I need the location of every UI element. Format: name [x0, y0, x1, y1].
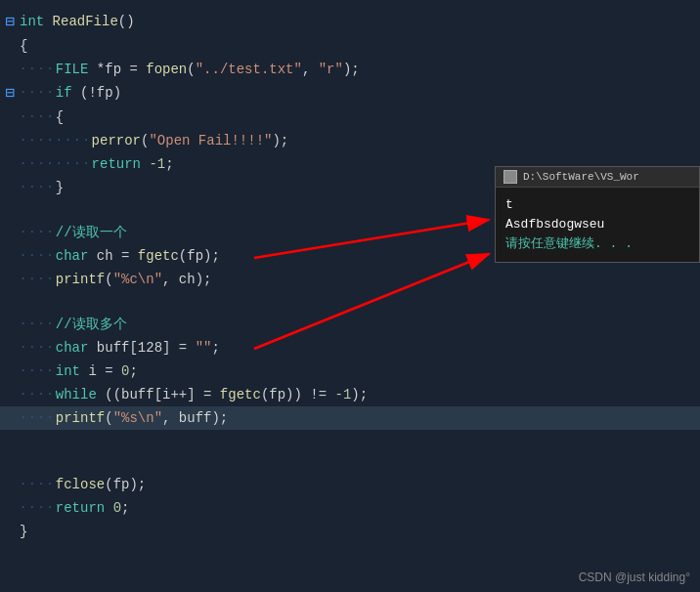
indent-dots-5: ········: [20, 130, 92, 151]
token-2-6: "r": [319, 59, 343, 80]
token-21-2: 0: [113, 497, 121, 519]
popup-content: t Asdfbsdogwseu 请按任意键继续. . .: [496, 188, 699, 262]
token-20-1: (fp);: [105, 474, 146, 495]
code-line-14: ····char buff[128] = "";: [0, 336, 700, 359]
indent-dots-9: ····: [20, 222, 56, 243]
token-6-2: -1: [149, 153, 165, 175]
token-21-1: [105, 497, 112, 519]
gutter-17: [0, 407, 20, 408]
token-20-0: fclose: [56, 474, 105, 495]
indent-dots-3: ····: [20, 82, 56, 104]
indent-dots-21: ····: [20, 497, 56, 519]
code-line-21: ····return 0;: [0, 496, 700, 520]
token-0-2: (): [118, 11, 135, 32]
indent-dots-2: ····: [20, 59, 56, 80]
token-21-3: ;: [121, 497, 129, 519]
token-16-0: while: [56, 384, 97, 405]
code-line-15: ····int i = 0;: [0, 359, 700, 383]
indent-dots-6: ········: [20, 153, 92, 175]
token-16-2: fgetc: [220, 384, 261, 405]
token-0-0: int: [20, 11, 53, 32]
indent-dots-16: ····: [20, 384, 56, 405]
code-line-16: ····while ((buff[i++] = fgetc(fp)) != -1…: [0, 383, 700, 406]
indent-dots-17: ····: [20, 407, 56, 429]
footer-text: CSDN @just kidding°: [579, 571, 690, 584]
popup-titlebar: D:\SoftWare\VS_Wor: [496, 167, 699, 188]
code-line-5: ········perror("Open Fail!!!!");: [0, 129, 700, 152]
token-2-7: );: [343, 59, 360, 80]
token-15-0: int: [56, 360, 80, 382]
gutter-5: [0, 130, 20, 131]
token-6-1: [141, 153, 149, 175]
gutter-10: [0, 245, 20, 246]
token-3-1: (!fp): [72, 82, 121, 104]
gutter-22: [0, 521, 20, 522]
code-line-1: {: [0, 34, 700, 58]
token-11-3: , ch);: [162, 269, 211, 290]
gutter-14: [0, 337, 20, 338]
token-14-1: buff[128] =: [88, 337, 195, 359]
gutter-4: [0, 106, 20, 107]
popup-line-2: Asdfbsdogwseu: [505, 215, 689, 234]
token-6-3: ;: [165, 153, 173, 175]
token-13-0: //读取多个: [56, 314, 127, 335]
code-line-17: ····printf("%s\n", buff);: [0, 406, 700, 430]
popup-icon: [503, 170, 517, 184]
token-6-0: return: [92, 153, 141, 175]
token-10-1: ch =: [88, 245, 137, 267]
popup-title: D:\SoftWare\VS_Wor: [523, 171, 639, 183]
indent-dots-10: ····: [20, 245, 56, 267]
gutter-21: [0, 497, 20, 498]
gutter-20: [0, 474, 20, 475]
token-16-4: -1: [335, 384, 352, 405]
token-2-2: fopen: [146, 59, 187, 80]
code-line-11: ····printf("%c\n", ch);: [0, 268, 700, 291]
token-14-2: "": [196, 337, 212, 359]
gutter-8: [0, 200, 20, 201]
indent-dots-20: ····: [20, 474, 56, 495]
code-line-22: }: [0, 520, 700, 543]
token-1-0: {: [20, 35, 27, 57]
token-11-1: (: [105, 269, 112, 290]
indent-dots-15: ····: [20, 360, 56, 382]
token-10-3: (fp);: [179, 245, 220, 267]
code-line-0: ⊟int ReadFile(): [0, 10, 700, 34]
token-4-0: {: [56, 106, 64, 128]
token-5-3: );: [272, 130, 288, 151]
gutter-0: ⊟: [0, 11, 20, 33]
code-editor: ⊟int ReadFile(){····FILE *fp = fopen("..…: [0, 0, 700, 592]
code-line-4: ····{: [0, 106, 700, 129]
token-14-3: ;: [211, 337, 219, 359]
token-16-1: ((buff[i++] =: [97, 384, 220, 405]
token-11-0: printf: [56, 269, 105, 290]
token-17-2: "%s\n": [113, 407, 162, 429]
token-17-0: printf: [56, 407, 105, 429]
code-line-18: [0, 430, 700, 451]
code-line-12: [0, 291, 700, 313]
token-11-2: "%c\n": [113, 269, 162, 290]
popup-line-3: 请按任意键继续. . .: [505, 234, 689, 254]
gutter-9: [0, 222, 20, 223]
token-17-1: (: [105, 407, 112, 429]
gutter-3: ⊟: [0, 82, 20, 105]
gutter-18: [0, 431, 20, 432]
token-5-2: "Open Fail!!!!": [149, 130, 272, 151]
token-7-0: }: [56, 177, 64, 198]
token-22-0: }: [20, 521, 27, 542]
token-3-0: if: [56, 82, 72, 104]
gutter-11: [0, 269, 20, 270]
token-2-4: "../test.txt": [196, 59, 302, 80]
code-line-2: ····FILE *fp = fopen("../test.txt", "r")…: [0, 58, 700, 81]
indent-dots-7: ····: [20, 177, 56, 198]
token-15-1: i =: [80, 360, 121, 382]
indent-dots-13: ····: [20, 314, 56, 335]
token-15-3: ;: [129, 360, 137, 382]
token-2-0: FILE: [56, 59, 97, 80]
gutter-2: [0, 59, 20, 60]
token-15-2: 0: [121, 360, 129, 382]
popup-line-1: t: [505, 195, 689, 215]
gutter-19: [0, 452, 20, 453]
token-16-3: (fp)) !=: [261, 384, 335, 405]
gutter-12: [0, 292, 20, 293]
gutter-16: [0, 384, 20, 385]
